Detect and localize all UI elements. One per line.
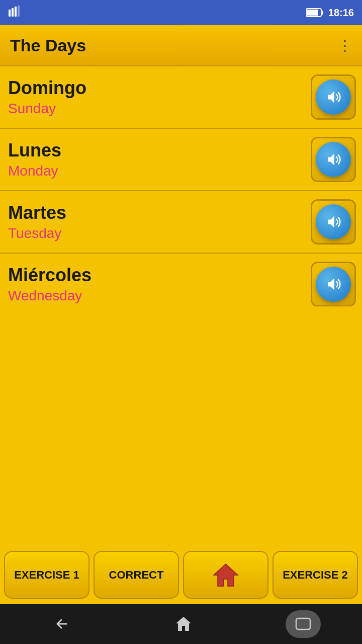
nav-back-button[interactable] [41, 609, 81, 639]
correct-button[interactable]: CORRECT [94, 551, 179, 599]
nav-home-button[interactable] [163, 609, 204, 639]
svg-rect-6 [307, 10, 318, 16]
audio-button-0[interactable] [311, 74, 356, 120]
exercise2-button[interactable]: EXERCISE 2 [273, 551, 358, 599]
speaker-icon-0 [324, 88, 342, 106]
action-buttons: EXERCISE 1 CORRECT EXERCISE 2 [0, 546, 362, 604]
day-english-3: Wednesday [8, 288, 92, 304]
day-english-2: Tuesday [8, 225, 66, 242]
status-bar: 18:16 [0, 0, 362, 25]
days-list: Domingo Sunday Lunes Monday [0, 65, 362, 306]
day-text-2: Martes Tuesday [8, 202, 66, 242]
svg-rect-2 [15, 7, 17, 17]
day-item-2: Martes Tuesday [0, 191, 362, 254]
status-icons: 18:16 [306, 7, 354, 19]
back-icon [52, 615, 70, 633]
day-spanish-1: Lunes [8, 140, 61, 161]
menu-icon[interactable]: ⋮ [338, 37, 352, 54]
day-item-3: Miércoles Wednesday [0, 254, 362, 306]
speaker-icon-3 [324, 275, 342, 293]
day-item-0: Domingo Sunday [0, 66, 362, 129]
speaker-icon-2 [324, 213, 342, 231]
day-spanish-2: Martes [8, 202, 66, 223]
day-text-0: Domingo Sunday [8, 77, 86, 117]
content-spacer [0, 306, 362, 546]
day-spanish-3: Miércoles [8, 265, 92, 286]
day-english-1: Monday [8, 163, 61, 179]
audio-button-2[interactable] [311, 199, 356, 245]
day-text-1: Lunes Monday [8, 140, 61, 179]
recent-apps-icon [295, 617, 311, 630]
main-content: Domingo Sunday Lunes Monday [0, 65, 362, 604]
audio-button-1[interactable] [311, 137, 356, 182]
nav-bar [0, 604, 362, 644]
audio-circle-2 [316, 204, 351, 239]
status-left [8, 6, 22, 20]
nav-recent-button[interactable] [286, 610, 321, 638]
audio-button-3[interactable] [311, 262, 356, 306]
app-header: The Days ⋮ [0, 25, 362, 65]
nav-home-icon [174, 615, 193, 633]
day-english-0: Sunday [8, 101, 86, 117]
speaker-icon-1 [324, 150, 342, 169]
audio-circle-3 [316, 267, 351, 302]
audio-circle-0 [316, 79, 351, 115]
audio-circle-1 [316, 142, 351, 177]
day-item-1: Lunes Monday [0, 129, 362, 191]
svg-rect-1 [12, 8, 14, 17]
svg-rect-3 [18, 6, 20, 17]
home-button[interactable] [183, 551, 268, 599]
home-icon [213, 562, 239, 588]
svg-rect-8 [296, 618, 310, 629]
svg-rect-0 [9, 10, 11, 17]
svg-rect-5 [321, 11, 323, 15]
exercise1-button[interactable]: EXERCISE 1 [4, 551, 89, 599]
day-text-3: Miércoles Wednesday [8, 265, 92, 304]
day-spanish-0: Domingo [8, 77, 86, 99]
svg-marker-7 [214, 564, 238, 586]
status-time: 18:16 [328, 7, 354, 19]
app-title: The Days [10, 36, 86, 55]
